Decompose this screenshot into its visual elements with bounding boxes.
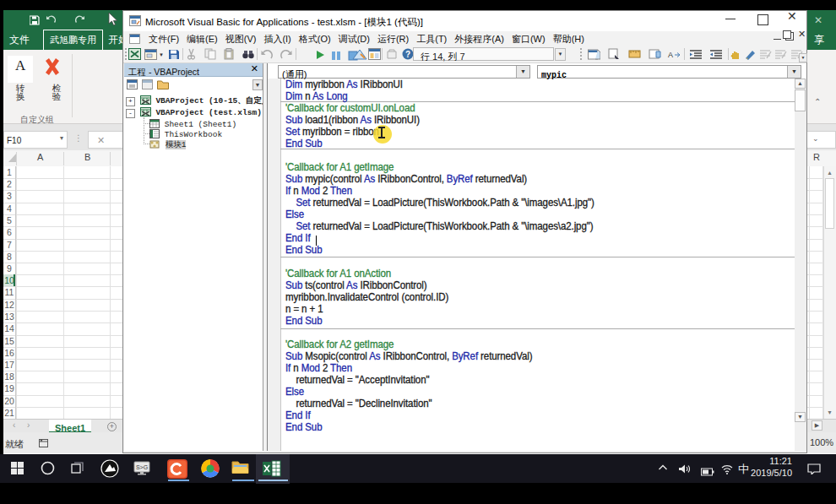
svg-text:S>G: S>G [136, 464, 148, 470]
svg-text:A: A [668, 51, 673, 59]
svg-text:?: ? [405, 50, 410, 59]
